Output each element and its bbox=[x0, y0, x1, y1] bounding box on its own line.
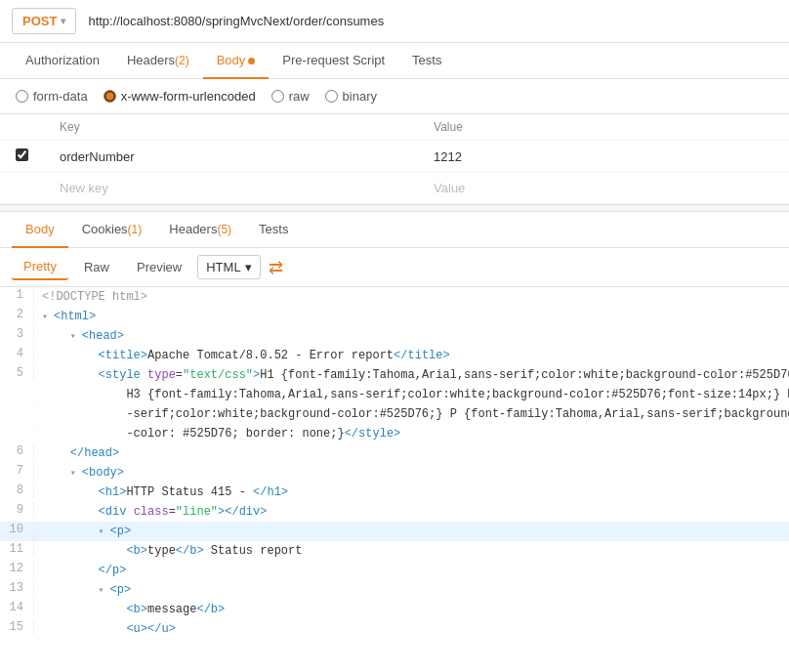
code-line-5d: -color: #525D76; border: none;}</style> bbox=[0, 424, 789, 443]
option-raw[interactable]: raw bbox=[271, 89, 310, 104]
option-binary[interactable]: binary bbox=[325, 89, 377, 104]
code-line-1: 1 <!DOCTYPE html> bbox=[0, 287, 789, 307]
kv-value-cell: 1212 bbox=[418, 141, 789, 173]
kv-table: Key Value orderNumber 1212 New key Value bbox=[0, 114, 789, 204]
resp-tab-cookies[interactable]: Cookies(1) bbox=[68, 212, 156, 248]
tab-pre-request[interactable]: Pre-request Script bbox=[269, 43, 398, 79]
kv-checkbox[interactable] bbox=[16, 148, 28, 161]
code-line-12: 12 </p> bbox=[0, 561, 789, 580]
code-line-6: 6 </head> bbox=[0, 443, 789, 463]
response-toolbar: Pretty Raw Preview HTML ▾ ⇄ bbox=[0, 248, 789, 287]
request-tabs: Authorization Headers(2) Body Pre-reques… bbox=[0, 43, 789, 79]
code-line-3: 3 ▾<head> bbox=[0, 326, 789, 346]
body-dot bbox=[248, 58, 255, 64]
code-line-7: 7 ▾<body> bbox=[0, 463, 789, 483]
url-bar: POST ▾ bbox=[0, 0, 789, 43]
raw-button[interactable]: Raw bbox=[72, 255, 121, 279]
code-line-4: 4 <title>Apache Tomcat/8.0.52 - Error re… bbox=[0, 346, 789, 365]
body-options: form-data x-www-form-urlencoded raw bina… bbox=[0, 79, 789, 114]
tab-tests-req[interactable]: Tests bbox=[398, 43, 455, 79]
resp-tab-body[interactable]: Body bbox=[12, 212, 68, 248]
resp-tab-tests[interactable]: Tests bbox=[245, 212, 302, 248]
wrap-icon[interactable]: ⇄ bbox=[269, 257, 283, 278]
code-line-11: 11 <b>type</b> Status report bbox=[0, 541, 789, 561]
kv-key-cell: orderNumber bbox=[44, 141, 418, 173]
kv-row: orderNumber 1212 bbox=[0, 141, 789, 173]
kv-value-placeholder: Value bbox=[434, 181, 465, 195]
preview-button[interactable]: Preview bbox=[125, 255, 193, 279]
code-line-5b: H3 {font-family:Tahoma,Arial,sans-serif;… bbox=[0, 385, 789, 404]
option-urlencoded[interactable]: x-www-form-urlencoded bbox=[104, 89, 256, 104]
code-line-2: 2 ▾<html> bbox=[0, 307, 789, 326]
method-label: POST bbox=[22, 14, 57, 28]
code-line-9: 9 <div class="line"></div> bbox=[0, 502, 789, 522]
code-line-15: 15 <u></u> bbox=[0, 619, 789, 639]
kv-checkbox-cell[interactable] bbox=[0, 141, 44, 173]
code-line-8: 8 <h1>HTTP Status 415 - </h1> bbox=[0, 483, 789, 502]
section-divider bbox=[0, 204, 789, 212]
tab-headers[interactable]: Headers(2) bbox=[113, 43, 203, 79]
response-tabs: Body Cookies(1) Headers(5) Tests bbox=[0, 212, 789, 248]
resp-tab-headers[interactable]: Headers(5) bbox=[155, 212, 245, 248]
code-viewer[interactable]: 1 <!DOCTYPE html> 2 ▾<html> 3 ▾<head> 4 … bbox=[0, 287, 789, 639]
format-selector[interactable]: HTML ▾ bbox=[197, 255, 260, 279]
tab-authorization[interactable]: Authorization bbox=[12, 43, 113, 79]
kv-value-header: Value bbox=[418, 114, 789, 141]
code-line-10: 10 ▾<p> bbox=[0, 522, 789, 541]
kv-key-placeholder: New key bbox=[60, 181, 108, 195]
kv-new-row: New key Value bbox=[0, 173, 789, 204]
method-button[interactable]: POST ▾ bbox=[12, 8, 76, 34]
kv-check-header bbox=[0, 114, 44, 141]
code-line-5c: -serif;color:white;background-color:#525… bbox=[0, 404, 789, 424]
code-line-13: 13 ▾<p> bbox=[0, 580, 789, 600]
code-line-5: 5 <style type="text/css">H1 {font-family… bbox=[0, 365, 789, 385]
option-form-data[interactable]: form-data bbox=[16, 89, 88, 104]
method-chevron: ▾ bbox=[61, 16, 65, 26]
kv-key-header: Key bbox=[44, 114, 418, 141]
pretty-button[interactable]: Pretty bbox=[12, 254, 68, 280]
tab-body[interactable]: Body bbox=[203, 43, 270, 79]
url-input[interactable] bbox=[84, 10, 777, 32]
code-line-14: 14 <b>message</b> bbox=[0, 600, 789, 619]
